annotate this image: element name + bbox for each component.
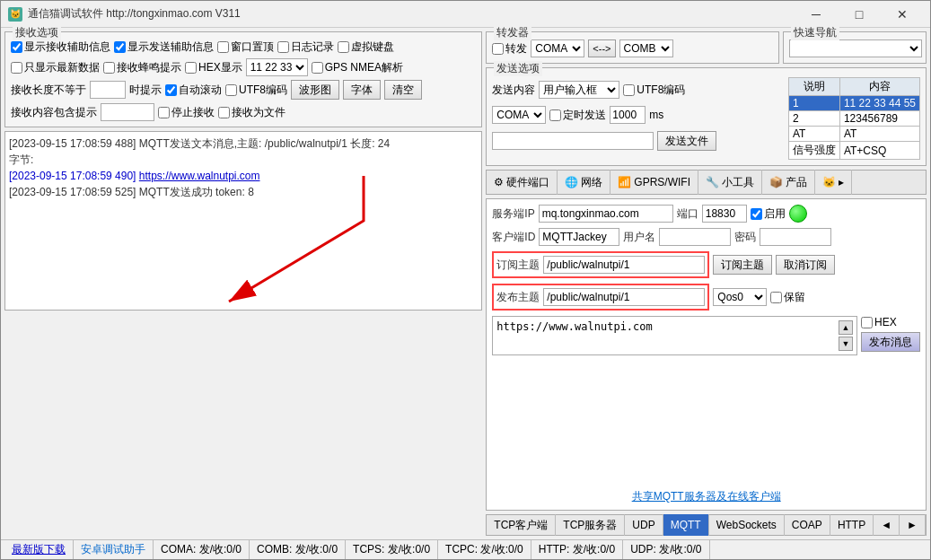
cb-latest-only-input[interactable] — [11, 62, 22, 74]
content-contains-input[interactable] — [101, 103, 154, 121]
client-id-input[interactable] — [539, 228, 619, 246]
tab-http[interactable]: HTTP — [830, 514, 874, 536]
unsubscribe-btn[interactable]: 取消订阅 — [776, 255, 835, 275]
cb-beep-input[interactable] — [103, 62, 115, 74]
password-input[interactable] — [760, 228, 831, 246]
cb-utf8-input[interactable] — [225, 84, 237, 96]
font-btn[interactable]: 字体 — [343, 80, 381, 100]
publish-content-textarea[interactable]: https://www.walnutpi.com — [496, 320, 835, 351]
wave-btn[interactable]: 波形图 — [291, 80, 339, 100]
cb-autoscroll[interactable]: 自动滚动 — [165, 83, 222, 98]
scroll-down-btn[interactable]: ▼ — [839, 337, 853, 351]
cb-vkeyboard-input[interactable] — [338, 41, 349, 53]
cb-gps-input[interactable] — [312, 62, 323, 74]
timed-value-input[interactable] — [610, 106, 646, 124]
minimize-button[interactable]: ─ — [795, 3, 837, 26]
cb-hex-input[interactable] — [185, 62, 197, 74]
tab-udp[interactable]: UDP — [625, 514, 663, 536]
cb-show-recv[interactable]: 显示接收辅助信息 — [11, 39, 110, 55]
cb-show-send[interactable]: 显示发送辅助信息 — [114, 39, 214, 55]
cb-timed[interactable]: 定时发送 — [549, 108, 606, 123]
send-table-row-1[interactable]: 1 11 22 33 44 55 — [788, 96, 919, 111]
log-link-3[interactable]: https://www.walnutpi.com — [139, 170, 260, 182]
cb-latest-only[interactable]: 只显示最新数据 — [11, 60, 100, 75]
publish-btn[interactable]: 发布消息 — [861, 332, 920, 352]
forwarder-group: 转发器 转发 COMA <--> COMB — [486, 31, 779, 64]
send-file-btn[interactable]: 发送文件 — [657, 131, 716, 151]
send-table-row-3[interactable]: AT AT — [788, 127, 919, 142]
cb-retain[interactable]: 保留 — [770, 290, 805, 305]
cb-retain-input[interactable] — [770, 292, 782, 303]
publish-topic-label: 发布主题 — [496, 290, 540, 305]
port-select[interactable]: COMA — [492, 106, 546, 124]
cb-log-input[interactable] — [277, 41, 289, 53]
cb-stop-recv[interactable]: 停止接收 — [158, 105, 215, 120]
quicknav-select[interactable] — [789, 39, 922, 57]
cb-enable[interactable]: 启用 — [751, 206, 786, 222]
recv-len-input[interactable] — [90, 81, 126, 99]
subscribe-btn[interactable]: 订阅主题 — [713, 255, 772, 275]
tab-nav-left[interactable]: ◄ — [874, 514, 900, 536]
tab-coap[interactable]: COAP — [785, 514, 830, 536]
cb-hex-publish-input[interactable] — [861, 317, 873, 328]
clear-btn[interactable]: 清空 — [384, 80, 422, 100]
cb-hex-publish[interactable]: HEX — [861, 316, 897, 328]
cb-topmost-input[interactable] — [217, 41, 229, 53]
port-label: 端口 — [677, 206, 698, 222]
cb-autoscroll-input[interactable] — [165, 84, 177, 96]
cb-log[interactable]: 日志记录 — [277, 39, 334, 55]
cb-utf8-send[interactable]: UTF8编码 — [623, 83, 685, 98]
cb-timed-input[interactable] — [549, 109, 561, 121]
port-input[interactable] — [702, 205, 747, 223]
qos-select[interactable]: Qos0 — [713, 288, 767, 306]
send-table-row-2[interactable]: 2 123456789 — [788, 111, 919, 127]
cb-hex[interactable]: HEX显示 — [185, 60, 242, 75]
tab-nav-right[interactable]: ► — [900, 514, 926, 536]
status-download[interactable]: 最新版下载 — [4, 540, 74, 559]
cb-beep[interactable]: 接收蜂鸣提示 — [103, 60, 181, 75]
cb-save-file[interactable]: 接收为文件 — [218, 105, 285, 120]
titlebar-controls: ─ □ ✕ — [795, 3, 923, 26]
tab-tcp-server[interactable]: TCP服务器 — [556, 514, 625, 536]
subscribe-topic-input[interactable] — [543, 256, 705, 274]
cb-utf8[interactable]: UTF8编码 — [225, 83, 287, 98]
send-content-select[interactable]: 用户输入框 — [539, 81, 619, 99]
tab-products[interactable]: 📦 产品 — [762, 170, 815, 195]
maximize-button[interactable]: □ — [839, 3, 880, 26]
cb-stop-recv-input[interactable] — [158, 107, 170, 118]
tab-more[interactable]: 🐱 ▸ — [815, 170, 852, 195]
send-content-input[interactable] — [492, 132, 654, 150]
tab-hardware[interactable]: ⚙ 硬件端口 — [487, 170, 558, 195]
cb-gps[interactable]: GPS NMEA解析 — [312, 60, 403, 75]
forward-from-select[interactable]: COMA — [531, 39, 584, 57]
cb-topmost[interactable]: 窗口置顶 — [217, 39, 274, 55]
cb-show-send-input[interactable] — [114, 41, 126, 53]
cb-enable-input[interactable] — [751, 208, 762, 220]
cb-save-file-input[interactable] — [218, 107, 230, 118]
cb-enable-label: 启用 — [764, 206, 786, 222]
cb-utf8-send-input[interactable] — [623, 84, 635, 96]
server-ip-input[interactable] — [539, 205, 673, 223]
tab-tools[interactable]: 🔧 小工具 — [698, 170, 762, 195]
ms-label: ms — [649, 109, 663, 121]
forward-to-select[interactable]: COMB — [619, 39, 673, 57]
tab-gprs[interactable]: 📶 GPRS/WIFI — [610, 170, 698, 195]
mqtt-shared-link[interactable]: 共享MQTT服务器及在线客户端 — [632, 490, 781, 503]
publish-topic-input[interactable] — [543, 288, 705, 306]
cb-show-recv-input[interactable] — [11, 41, 22, 53]
send-table-row-4[interactable]: 信号强度 AT+CSQ — [788, 142, 919, 160]
tab-tcp-client[interactable]: TCP客户端 — [487, 514, 556, 536]
tab-websockets[interactable]: WebSockets — [709, 514, 785, 536]
arrow-direction-btn[interactable]: <--> — [588, 39, 615, 57]
tab-mqtt[interactable]: MQTT — [663, 514, 709, 536]
cb-vkeyboard[interactable]: 虚拟键盘 — [338, 39, 394, 55]
log-area[interactable]: [2023-09-15 17:08:59 488] MQTT发送文本消息,主题:… — [4, 131, 482, 311]
tab-network[interactable]: 🌐 网络 — [558, 170, 610, 195]
scroll-up-btn[interactable]: ▲ — [839, 320, 853, 335]
username-input[interactable] — [659, 228, 731, 246]
status-android[interactable]: 安卓调试助手 — [74, 540, 154, 559]
cb-forward[interactable]: 转发 — [492, 41, 527, 57]
close-button[interactable]: ✕ — [882, 3, 923, 26]
hex-select[interactable]: 11 22 33 — [246, 58, 308, 76]
cb-forward-input[interactable] — [492, 43, 504, 55]
